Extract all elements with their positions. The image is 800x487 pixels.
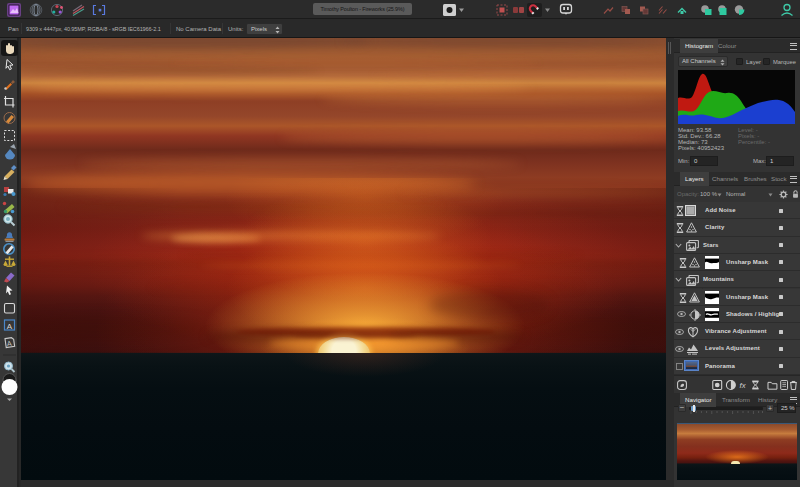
svg-text:fx: fx	[740, 381, 747, 390]
svg-text:A: A	[6, 340, 12, 348]
svg-text:A: A	[7, 322, 13, 331]
